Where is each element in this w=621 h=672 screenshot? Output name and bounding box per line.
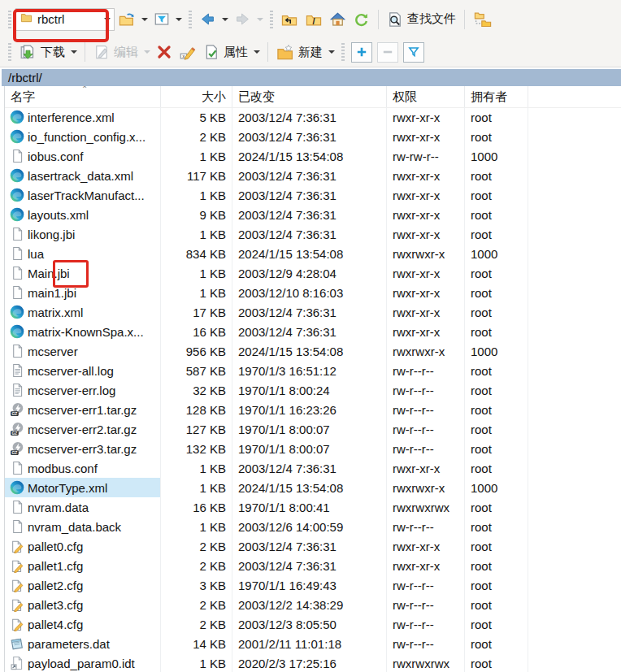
new-dropdown-icon[interactable] xyxy=(328,50,335,54)
file-name-cell[interactable]: likong.jbi xyxy=(5,224,161,244)
table-row[interactable]: mcserver-all.log587 KB1970/1/3 16:51:12r… xyxy=(5,361,621,380)
directory-combobox[interactable]: rbctrl xyxy=(15,8,115,31)
file-name-cell[interactable]: nvram_data.back xyxy=(5,517,161,536)
forward-button[interactable] xyxy=(231,9,254,29)
file-name-cell[interactable]: GZmcserver-err2.tar.gz xyxy=(5,419,161,439)
table-row[interactable]: io_function_config.x...2 KB2003/12/4 7:3… xyxy=(5,127,621,146)
properties-dropdown-icon[interactable] xyxy=(254,50,260,54)
file-name-cell[interactable]: GZmcserver-err3.tar.gz xyxy=(5,439,161,458)
table-row[interactable]: matrix-KnownSpa.x...16 KB2003/12/4 7:36:… xyxy=(5,322,621,341)
column-header-rights[interactable]: 权限 xyxy=(387,86,465,107)
svg-text:/: / xyxy=(312,15,315,25)
file-name-cell[interactable]: mcserver-err.log xyxy=(5,380,161,400)
open-directory-dropdown-icon[interactable] xyxy=(141,18,148,21)
new-button[interactable]: 新建 xyxy=(273,41,326,63)
back-button[interactable] xyxy=(196,9,219,29)
table-row[interactable]: MotorType.xml1 KB2024/1/15 13:54:08rwxrw… xyxy=(5,478,621,497)
file-name-cell[interactable]: MotorType.xml xyxy=(5,478,161,497)
file-name-cell[interactable]: iobus.conf xyxy=(5,146,161,166)
file-name-cell[interactable]: io_function_config.x... xyxy=(5,127,161,146)
file-name-cell[interactable]: pallet2.cfg xyxy=(5,575,161,595)
rename-button[interactable]: x xyxy=(176,41,200,63)
table-row[interactable]: GZmcserver-err3.tar.gz132 KB1970/1/1 8:0… xyxy=(5,439,621,458)
toolbar-grip[interactable] xyxy=(341,43,345,61)
table-row[interactable]: layouts.xml9 KB2003/12/4 7:36:31rwxr-xr-… xyxy=(5,205,621,224)
table-row[interactable]: payload_param0.idt1 KB2020/2/3 17:25:16r… xyxy=(5,653,621,672)
path-bar[interactable]: /rbctrl/ xyxy=(2,69,621,86)
edit-button[interactable]: 编辑 xyxy=(90,41,141,63)
file-name-cell[interactable]: pallet1.cfg xyxy=(5,556,161,575)
forward-dropdown-icon[interactable] xyxy=(257,18,263,21)
file-name-cell[interactable]: interference.xml xyxy=(5,107,161,127)
home-directory-button[interactable] xyxy=(326,9,350,30)
table-row[interactable]: mcserver956 KB2024/1/15 13:54:08rwxrwxr-… xyxy=(5,341,621,361)
table-row[interactable]: lua834 KB2024/1/15 13:54:08rwxrwxr-x1000 xyxy=(5,244,621,263)
table-row[interactable]: GZmcserver-err1.tar.gz128 KB1970/1/1 16:… xyxy=(5,400,621,419)
filter-dropdown-icon[interactable] xyxy=(176,18,182,21)
file-name-cell[interactable]: mcserver xyxy=(5,341,161,361)
table-row[interactable]: pallet3.cfg2 KB2003/12/2 14:38:29rw-r--r… xyxy=(5,595,621,614)
open-directory-button[interactable] xyxy=(115,9,139,30)
table-row[interactable]: laserTrackManufact...1 KB2003/12/4 7:36:… xyxy=(5,185,621,205)
filter-toggle-button[interactable] xyxy=(403,42,424,63)
table-row[interactable]: mcserver-err.log32 KB1970/1/1 8:00:24rw-… xyxy=(5,380,621,400)
download-button[interactable]: 下载 xyxy=(15,41,68,63)
delete-button[interactable] xyxy=(153,41,176,63)
column-header-size[interactable]: 大小 xyxy=(161,86,232,107)
root-directory-button[interactable]: / xyxy=(302,9,326,30)
table-row[interactable]: nvram_data.back1 KB2003/12/6 14:00:59rw-… xyxy=(5,517,621,536)
table-row[interactable]: iobus.conf1 KB2024/1/15 13:54:08rw-rw-r-… xyxy=(5,146,621,166)
table-row[interactable]: pallet1.cfg2 KB2003/12/4 7:36:31rwxr-xr-… xyxy=(5,556,621,575)
column-header-owner[interactable]: 拥有者 xyxy=(465,86,528,107)
file-name-cell[interactable]: pallet4.cfg xyxy=(5,614,161,634)
directory-tree-button[interactable] xyxy=(470,9,496,30)
file-name-cell[interactable]: main1.jbi xyxy=(5,283,161,302)
chevron-down-icon[interactable] xyxy=(104,18,111,21)
file-name-cell[interactable]: modbus.conf xyxy=(5,458,161,478)
file-name-cell[interactable]: lasertrack_data.xml xyxy=(5,166,161,185)
table-row[interactable]: GZmcserver-err2.tar.gz127 KB1970/1/1 8:0… xyxy=(5,419,621,439)
table-row[interactable]: nvram.data16 KB1970/1/1 8:00:41rwxrwxrwx… xyxy=(5,497,621,517)
file-name-cell[interactable]: laserTrackManufact... xyxy=(5,185,161,205)
file-name-cell[interactable]: pallet3.cfg xyxy=(5,595,161,614)
file-name-cell[interactable]: Main.jbi xyxy=(5,263,161,283)
file-name-cell[interactable]: payload_param0.idt xyxy=(5,653,161,672)
file-name-cell[interactable]: layouts.xml xyxy=(5,205,161,224)
table-row[interactable]: pallet0.cfg2 KB2003/12/4 7:36:31rwxr-xr-… xyxy=(5,536,621,556)
column-header-changed[interactable]: 已改变 xyxy=(232,86,387,107)
file-name-cell[interactable]: mcserver-all.log xyxy=(5,361,161,380)
add-button[interactable] xyxy=(351,42,372,63)
download-dropdown-icon[interactable] xyxy=(71,50,77,54)
table-row[interactable]: parameters.dat14 KB2001/2/11 11:01:18rw-… xyxy=(5,634,621,653)
toolbar-grip[interactable] xyxy=(270,11,273,28)
refresh-button[interactable] xyxy=(350,9,373,30)
table-row[interactable]: pallet2.cfg3 KB1970/1/1 16:49:43rw-r--r-… xyxy=(5,575,621,595)
properties-button[interactable]: 属性 xyxy=(200,41,251,63)
file-name-cell[interactable]: GZmcserver-err1.tar.gz xyxy=(5,400,161,419)
table-row[interactable]: pallet4.cfg2 KB2003/12/3 8:05:50rw-r--r-… xyxy=(5,614,621,634)
remove-button[interactable] xyxy=(377,42,398,63)
file-name-cell[interactable]: lua xyxy=(5,244,161,263)
file-name-cell[interactable]: matrix.xml xyxy=(5,302,161,322)
filter-icon xyxy=(154,11,170,27)
table-row[interactable]: interference.xml5 KB2003/12/4 7:36:31rwx… xyxy=(5,107,621,127)
file-name-cell[interactable]: pallet0.cfg xyxy=(5,536,161,556)
table-row[interactable]: main1.jbi1 KB2003/12/10 8:16:03rwxr-xr-x… xyxy=(5,283,621,302)
filter-button[interactable] xyxy=(150,9,173,29)
toolbar-grip[interactable] xyxy=(189,11,192,28)
file-name-cell[interactable]: matrix-KnownSpa.x... xyxy=(5,322,161,341)
table-row[interactable]: modbus.conf1 KB2003/12/4 7:36:31rwxr-xr-… xyxy=(5,458,621,478)
table-row[interactable]: likong.jbi1 KB2003/12/4 7:36:31rwxr-xr-x… xyxy=(5,224,621,244)
file-name-cell[interactable]: nvram.data xyxy=(5,497,161,517)
file-name-cell[interactable]: parameters.dat xyxy=(5,634,161,653)
table-row[interactable]: lasertrack_data.xml117 KB2003/12/4 7:36:… xyxy=(5,166,621,185)
edit-dropdown-icon[interactable] xyxy=(144,50,150,54)
table-row[interactable]: Main.jbi1 KB2003/12/9 4:28:04rwxr-xr-xro… xyxy=(5,263,621,283)
toolbar-grip[interactable] xyxy=(8,43,11,61)
back-dropdown-icon[interactable] xyxy=(222,18,228,21)
table-row[interactable]: matrix.xml17 KB2003/12/4 7:36:31rwxr-xr-… xyxy=(5,302,621,322)
toolbar-grip[interactable] xyxy=(8,11,11,28)
file-owner: root xyxy=(465,185,528,205)
find-files-button[interactable]: 查找文件 xyxy=(384,9,459,30)
parent-directory-button[interactable] xyxy=(277,9,302,30)
